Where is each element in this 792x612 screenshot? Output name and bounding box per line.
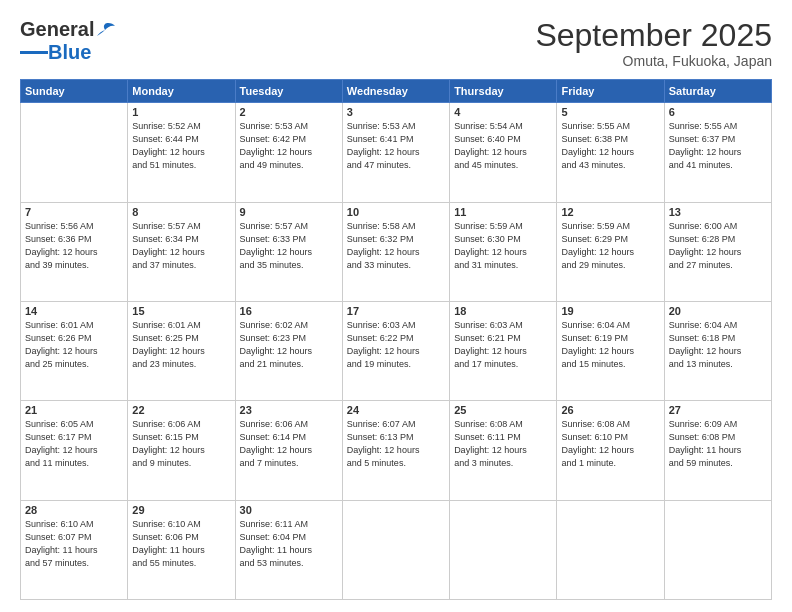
day-number: 14: [25, 305, 123, 317]
week-row-1: 1Sunrise: 5:52 AM Sunset: 6:44 PM Daylig…: [21, 103, 772, 202]
day-number: 19: [561, 305, 659, 317]
day-info: Sunrise: 6:08 AM Sunset: 6:10 PM Dayligh…: [561, 418, 659, 470]
header-friday: Friday: [557, 80, 664, 103]
cell-w5-d3: 30Sunrise: 6:11 AM Sunset: 6:04 PM Dayli…: [235, 500, 342, 599]
cell-w3-d3: 16Sunrise: 6:02 AM Sunset: 6:23 PM Dayli…: [235, 301, 342, 400]
day-number: 26: [561, 404, 659, 416]
month-title: September 2025: [535, 18, 772, 53]
day-info: Sunrise: 5:56 AM Sunset: 6:36 PM Dayligh…: [25, 220, 123, 272]
day-info: Sunrise: 5:55 AM Sunset: 6:38 PM Dayligh…: [561, 120, 659, 172]
header-thursday: Thursday: [450, 80, 557, 103]
day-number: 22: [132, 404, 230, 416]
day-info: Sunrise: 6:10 AM Sunset: 6:07 PM Dayligh…: [25, 518, 123, 570]
day-info: Sunrise: 5:57 AM Sunset: 6:34 PM Dayligh…: [132, 220, 230, 272]
day-info: Sunrise: 6:08 AM Sunset: 6:11 PM Dayligh…: [454, 418, 552, 470]
day-number: 2: [240, 106, 338, 118]
cell-w5-d2: 29Sunrise: 6:10 AM Sunset: 6:06 PM Dayli…: [128, 500, 235, 599]
header-wednesday: Wednesday: [342, 80, 449, 103]
day-number: 25: [454, 404, 552, 416]
cell-w2-d4: 10Sunrise: 5:58 AM Sunset: 6:32 PM Dayli…: [342, 202, 449, 301]
day-info: Sunrise: 5:58 AM Sunset: 6:32 PM Dayligh…: [347, 220, 445, 272]
cell-w3-d1: 14Sunrise: 6:01 AM Sunset: 6:26 PM Dayli…: [21, 301, 128, 400]
cell-w1-d2: 1Sunrise: 5:52 AM Sunset: 6:44 PM Daylig…: [128, 103, 235, 202]
logo-blue: Blue: [48, 41, 91, 64]
cell-w4-d6: 26Sunrise: 6:08 AM Sunset: 6:10 PM Dayli…: [557, 401, 664, 500]
day-number: 8: [132, 206, 230, 218]
day-number: 1: [132, 106, 230, 118]
day-info: Sunrise: 6:03 AM Sunset: 6:21 PM Dayligh…: [454, 319, 552, 371]
cell-w2-d7: 13Sunrise: 6:00 AM Sunset: 6:28 PM Dayli…: [664, 202, 771, 301]
day-info: Sunrise: 5:55 AM Sunset: 6:37 PM Dayligh…: [669, 120, 767, 172]
cell-w5-d6: [557, 500, 664, 599]
header-monday: Monday: [128, 80, 235, 103]
day-number: 9: [240, 206, 338, 218]
day-number: 13: [669, 206, 767, 218]
cell-w4-d2: 22Sunrise: 6:06 AM Sunset: 6:15 PM Dayli…: [128, 401, 235, 500]
day-info: Sunrise: 5:59 AM Sunset: 6:30 PM Dayligh…: [454, 220, 552, 272]
day-number: 18: [454, 305, 552, 317]
week-row-5: 28Sunrise: 6:10 AM Sunset: 6:07 PM Dayli…: [21, 500, 772, 599]
day-number: 3: [347, 106, 445, 118]
day-number: 6: [669, 106, 767, 118]
title-block: September 2025 Omuta, Fukuoka, Japan: [535, 18, 772, 69]
days-header-row: Sunday Monday Tuesday Wednesday Thursday…: [21, 80, 772, 103]
cell-w4-d3: 23Sunrise: 6:06 AM Sunset: 6:14 PM Dayli…: [235, 401, 342, 500]
day-info: Sunrise: 6:01 AM Sunset: 6:25 PM Dayligh…: [132, 319, 230, 371]
day-info: Sunrise: 6:00 AM Sunset: 6:28 PM Dayligh…: [669, 220, 767, 272]
cell-w2-d5: 11Sunrise: 5:59 AM Sunset: 6:30 PM Dayli…: [450, 202, 557, 301]
cell-w3-d5: 18Sunrise: 6:03 AM Sunset: 6:21 PM Dayli…: [450, 301, 557, 400]
logo: General Blue: [20, 18, 117, 64]
logo-bird-icon: [95, 22, 117, 38]
day-info: Sunrise: 6:10 AM Sunset: 6:06 PM Dayligh…: [132, 518, 230, 570]
day-info: Sunrise: 5:53 AM Sunset: 6:42 PM Dayligh…: [240, 120, 338, 172]
cell-w1-d1: [21, 103, 128, 202]
day-info: Sunrise: 6:04 AM Sunset: 6:18 PM Dayligh…: [669, 319, 767, 371]
day-number: 28: [25, 504, 123, 516]
cell-w3-d7: 20Sunrise: 6:04 AM Sunset: 6:18 PM Dayli…: [664, 301, 771, 400]
day-info: Sunrise: 6:06 AM Sunset: 6:15 PM Dayligh…: [132, 418, 230, 470]
cell-w2-d1: 7Sunrise: 5:56 AM Sunset: 6:36 PM Daylig…: [21, 202, 128, 301]
cell-w4-d7: 27Sunrise: 6:09 AM Sunset: 6:08 PM Dayli…: [664, 401, 771, 500]
cell-w1-d6: 5Sunrise: 5:55 AM Sunset: 6:38 PM Daylig…: [557, 103, 664, 202]
cell-w2-d2: 8Sunrise: 5:57 AM Sunset: 6:34 PM Daylig…: [128, 202, 235, 301]
cell-w1-d5: 4Sunrise: 5:54 AM Sunset: 6:40 PM Daylig…: [450, 103, 557, 202]
cell-w3-d6: 19Sunrise: 6:04 AM Sunset: 6:19 PM Dayli…: [557, 301, 664, 400]
day-number: 11: [454, 206, 552, 218]
day-info: Sunrise: 5:57 AM Sunset: 6:33 PM Dayligh…: [240, 220, 338, 272]
logo-general: General: [20, 18, 94, 41]
cell-w5-d7: [664, 500, 771, 599]
cell-w5-d1: 28Sunrise: 6:10 AM Sunset: 6:07 PM Dayli…: [21, 500, 128, 599]
day-number: 15: [132, 305, 230, 317]
cell-w5-d5: [450, 500, 557, 599]
day-number: 4: [454, 106, 552, 118]
week-row-3: 14Sunrise: 6:01 AM Sunset: 6:26 PM Dayli…: [21, 301, 772, 400]
cell-w3-d2: 15Sunrise: 6:01 AM Sunset: 6:25 PM Dayli…: [128, 301, 235, 400]
day-info: Sunrise: 6:04 AM Sunset: 6:19 PM Dayligh…: [561, 319, 659, 371]
day-number: 23: [240, 404, 338, 416]
day-number: 16: [240, 305, 338, 317]
day-info: Sunrise: 6:03 AM Sunset: 6:22 PM Dayligh…: [347, 319, 445, 371]
header-saturday: Saturday: [664, 80, 771, 103]
day-number: 7: [25, 206, 123, 218]
calendar-table: Sunday Monday Tuesday Wednesday Thursday…: [20, 79, 772, 600]
cell-w4-d1: 21Sunrise: 6:05 AM Sunset: 6:17 PM Dayli…: [21, 401, 128, 500]
cell-w2-d6: 12Sunrise: 5:59 AM Sunset: 6:29 PM Dayli…: [557, 202, 664, 301]
day-info: Sunrise: 6:07 AM Sunset: 6:13 PM Dayligh…: [347, 418, 445, 470]
cell-w3-d4: 17Sunrise: 6:03 AM Sunset: 6:22 PM Dayli…: [342, 301, 449, 400]
week-row-4: 21Sunrise: 6:05 AM Sunset: 6:17 PM Dayli…: [21, 401, 772, 500]
cell-w1-d3: 2Sunrise: 5:53 AM Sunset: 6:42 PM Daylig…: [235, 103, 342, 202]
location: Omuta, Fukuoka, Japan: [535, 53, 772, 69]
header-sunday: Sunday: [21, 80, 128, 103]
day-number: 24: [347, 404, 445, 416]
day-number: 17: [347, 305, 445, 317]
day-info: Sunrise: 6:05 AM Sunset: 6:17 PM Dayligh…: [25, 418, 123, 470]
day-number: 5: [561, 106, 659, 118]
day-number: 10: [347, 206, 445, 218]
day-info: Sunrise: 6:01 AM Sunset: 6:26 PM Dayligh…: [25, 319, 123, 371]
cell-w1-d7: 6Sunrise: 5:55 AM Sunset: 6:37 PM Daylig…: [664, 103, 771, 202]
day-info: Sunrise: 6:02 AM Sunset: 6:23 PM Dayligh…: [240, 319, 338, 371]
week-row-2: 7Sunrise: 5:56 AM Sunset: 6:36 PM Daylig…: [21, 202, 772, 301]
day-number: 12: [561, 206, 659, 218]
day-info: Sunrise: 6:11 AM Sunset: 6:04 PM Dayligh…: [240, 518, 338, 570]
cell-w4-d4: 24Sunrise: 6:07 AM Sunset: 6:13 PM Dayli…: [342, 401, 449, 500]
